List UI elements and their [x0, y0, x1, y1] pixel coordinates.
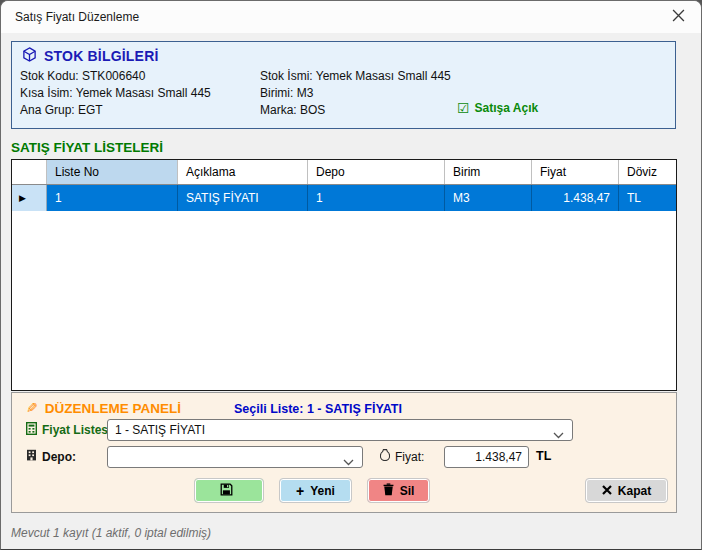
selected-list-label: Seçili Liste: 1 - SATIŞ FİYATI: [234, 402, 402, 416]
window-title: Satış Fiyatı Düzenleme: [1, 10, 139, 24]
package-icon: [22, 47, 37, 65]
current-row-arrow-icon: ▶: [19, 193, 26, 203]
stock-short-name: Kısa İsim: Yemek Masası Small 445: [20, 86, 211, 100]
checked-checkbox-icon: ☑: [457, 102, 470, 114]
column-header-birim[interactable]: Birim: [445, 160, 532, 184]
price-label: Fiyat:: [380, 449, 424, 464]
depo-label-text: Depo:: [42, 450, 76, 464]
open-for-sale-label: Satışa Açık: [475, 101, 539, 115]
cell-birim[interactable]: M3: [445, 185, 532, 211]
cell-liste-no[interactable]: 1: [47, 185, 178, 211]
pencil-icon: ✎: [26, 400, 38, 416]
price-list-label: Fiyat Listesi:: [26, 422, 115, 438]
edit-panel-header: ✎ DÜZENLEME PANELİ: [26, 400, 181, 416]
price-label-text: Fiyat:: [395, 450, 424, 464]
cell-fiyat[interactable]: 1.438,47: [532, 185, 619, 211]
price-lists-grid: Liste No Açıklama Depo Birim Fiyat Döviz…: [11, 159, 677, 391]
price-input[interactable]: [444, 446, 529, 468]
table-row[interactable]: ▶ 1 SATIŞ FİYATI 1 M3 1.438,47 TL: [12, 185, 676, 211]
close-button-label: Kapat: [618, 484, 651, 498]
window-close-button[interactable]: [655, 1, 701, 33]
price-list-label-text: Fiyat Listesi:: [42, 423, 115, 437]
stock-info-title: STOK BİLGİLERİ: [44, 48, 159, 64]
stock-info-header: STOK BİLGİLERİ: [22, 47, 159, 65]
x-mark-icon: [602, 484, 612, 498]
column-header-doviz[interactable]: Döviz: [619, 160, 676, 184]
stock-unit: Birimi: M3: [260, 86, 313, 100]
stock-main-group: Ana Grup: EGT: [20, 103, 103, 117]
cell-doviz[interactable]: TL: [619, 185, 676, 211]
column-header-liste-no[interactable]: Liste No: [47, 160, 178, 184]
edit-panel: ✎ DÜZENLEME PANELİ Seçili Liste: 1 - SAT…: [11, 392, 677, 513]
delete-button-label: Sil: [400, 484, 415, 498]
stock-info-panel: STOK BİLGİLERİ Stok Kodu: STK006640 Stok…: [11, 41, 676, 129]
status-bar-text: Mevcut 1 kayıt (1 aktif, 0 iptal edilmiş…: [11, 526, 211, 540]
calculator-icon: [26, 422, 37, 438]
new-button-label: Yeni: [310, 484, 335, 498]
currency-label: TL: [536, 449, 551, 463]
stock-brand: Marka: BOS: [260, 103, 325, 117]
depo-combobox[interactable]: [107, 446, 363, 468]
price-list-combobox[interactable]: 1 - SATIŞ FİYATI: [107, 419, 573, 441]
dialog-window: Satış Fiyatı Düzenleme STOK BİLGİLERİ St…: [0, 0, 702, 550]
title-bar: Satış Fiyatı Düzenleme: [1, 1, 701, 33]
chevron-down-icon: [553, 428, 564, 442]
price-lists-section-title: SATIŞ FİYAT LİSTELERİ: [11, 140, 163, 155]
row-selector-cell[interactable]: ▶: [12, 185, 47, 211]
price-list-combobox-value: 1 - SATIŞ FİYATI: [115, 423, 205, 437]
close-button[interactable]: Kapat: [585, 478, 668, 503]
plus-icon: +: [296, 483, 304, 499]
cell-depo[interactable]: 1: [308, 185, 445, 211]
money-bag-icon: [380, 449, 390, 464]
edit-panel-title: DÜZENLEME PANELİ: [45, 401, 181, 416]
row-selector-header: [12, 160, 47, 184]
cell-aciklama[interactable]: SATIŞ FİYATI: [178, 185, 308, 211]
chevron-down-icon: [343, 455, 354, 469]
building-icon: [26, 449, 37, 464]
grid-header-row: Liste No Açıklama Depo Birim Fiyat Döviz: [12, 160, 676, 185]
column-header-depo[interactable]: Depo: [308, 160, 445, 184]
column-header-aciklama[interactable]: Açıklama: [178, 160, 308, 184]
new-button[interactable]: + Yeni: [279, 478, 352, 503]
save-button[interactable]: [194, 478, 264, 503]
trash-icon: [383, 483, 394, 499]
close-icon: [672, 8, 685, 26]
column-header-fiyat[interactable]: Fiyat: [532, 160, 619, 184]
stock-name: Stok İsmi: Yemek Masası Small 445: [260, 69, 451, 83]
delete-button[interactable]: Sil: [367, 478, 430, 503]
stock-code: Stok Kodu: STK006640: [20, 69, 145, 83]
floppy-disk-icon: [220, 483, 233, 499]
open-for-sale-status: ☑ Satışa Açık: [457, 101, 538, 115]
depo-label: Depo:: [26, 449, 76, 464]
